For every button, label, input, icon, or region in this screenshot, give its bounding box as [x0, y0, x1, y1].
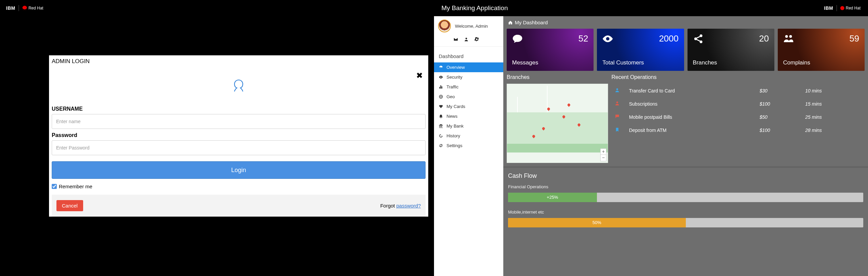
diamond-icon — [439, 104, 443, 109]
table-row: Subscriptions $100 15 mins — [612, 98, 864, 110]
bookmark-icon — [615, 127, 620, 132]
redhat-icon — [840, 6, 844, 10]
login-card: ADMIN LOGIN ✖ USERNAME Password Login Re… — [49, 55, 428, 217]
password-input[interactable] — [52, 140, 426, 155]
table-row: Deposit from ATM $100 28 mins — [612, 124, 864, 136]
stat-card-branches[interactable]: 20 Branches — [688, 29, 774, 71]
user-avatar — [438, 20, 451, 32]
password-label: Password — [52, 132, 426, 138]
main-content: My Dashboard 52 Messages 2000 Total Cust… — [503, 16, 868, 276]
stat-cards-row: 52 Messages 2000 Total Customers 20 — [503, 29, 868, 74]
cash-flow-panel: Cash Flow Financial Operations +25% Mobi… — [503, 166, 868, 234]
sidebar-item-settings[interactable]: Settings — [434, 141, 503, 150]
forgot-password-link[interactable]: password? — [396, 203, 421, 209]
cancel-button[interactable]: Cancel — [56, 200, 83, 211]
username-label: USERNAME — [52, 106, 426, 112]
svg-point-5 — [789, 35, 792, 38]
login-title: ADMIN LOGIN — [49, 55, 428, 69]
forgot-password: Forgot password? — [380, 203, 421, 209]
sidebar: Welcome, Admin Dashboard Overview Securi… — [434, 16, 503, 276]
progress-fill: 50% — [508, 218, 686, 227]
sidebar-item-security[interactable]: Security — [434, 72, 503, 82]
share-icon — [693, 33, 704, 44]
sidebar-item-mycards[interactable]: My Cards — [434, 102, 503, 111]
home-icon — [508, 20, 513, 25]
history-icon — [439, 134, 443, 138]
user-block: Welcome, Admin — [434, 16, 503, 36]
eye-icon — [439, 75, 443, 79]
recent-ops-title: Recent Operations — [611, 74, 865, 80]
login-button[interactable]: Login — [52, 161, 426, 179]
globe-icon — [439, 94, 443, 99]
app-header: My Banking Application IBM Red Hat — [434, 0, 868, 16]
ibm-header-left: IBM Red Hat — [0, 0, 434, 16]
bars-icon — [439, 85, 443, 89]
sidebar-item-traffic[interactable]: Traffic — [434, 82, 503, 92]
mail-icon[interactable] — [454, 37, 458, 42]
ibm-logo: IBM — [824, 5, 833, 11]
sidebar-item-mybank[interactable]: My Bank — [434, 121, 503, 131]
login-footer: Cancel Forgot password? — [52, 195, 426, 217]
header-divider — [837, 5, 837, 11]
gear-icon — [439, 143, 443, 148]
branches-panel: Branches +− — [507, 74, 608, 163]
remember-me-label: Remember me — [59, 184, 92, 189]
gear-icon[interactable] — [475, 37, 479, 42]
login-screen: IBM Red Hat ADMIN LOGIN ✖ USERNAME Passw… — [0, 0, 434, 276]
comment-icon — [615, 114, 620, 119]
sidebar-item-geo[interactable]: Geo — [434, 92, 503, 102]
eye-icon — [602, 33, 613, 44]
stat-card-messages[interactable]: 52 Messages — [507, 29, 594, 71]
user-quick-icons — [434, 36, 503, 46]
ibm-header-right: IBM Red Hat — [824, 5, 861, 11]
stat-card-complains[interactable]: 59 Complains — [778, 29, 865, 71]
user-icon — [615, 101, 620, 106]
progress-fill: +25% — [508, 193, 597, 202]
login-body: ✖ USERNAME Password Login Remember me Ca… — [49, 69, 428, 217]
bar-label: Mobile,internet etc — [508, 210, 863, 215]
recent-ops-table: Transfer Card to Card $30 10 mins Subscr… — [611, 84, 865, 137]
users-icon — [783, 33, 794, 44]
header-divider — [19, 5, 19, 11]
sidebar-heading: Dashboard — [434, 51, 503, 62]
recent-operations-panel: Recent Operations Transfer Card to Card … — [611, 74, 865, 163]
sidebar-item-overview[interactable]: Overview — [434, 62, 503, 72]
cash-flow-title: Cash Flow — [508, 172, 863, 180]
redhat-logo: Red Hat — [22, 6, 43, 10]
bank-icon — [439, 124, 443, 128]
redhat-icon — [22, 6, 27, 10]
table-row: Mobile postpaid Bills $50 25 mins — [612, 111, 864, 123]
sidebar-item-history[interactable]: History — [434, 131, 503, 141]
ibm-logo: IBM — [6, 5, 15, 11]
bell-icon — [439, 114, 443, 118]
branches-map[interactable]: +− — [507, 84, 608, 163]
map-zoom-controls[interactable]: +− — [600, 148, 606, 161]
username-input[interactable] — [52, 114, 426, 129]
progress-bar-financial: +25% — [508, 193, 863, 202]
progress-bar-mobile: 50% — [508, 218, 863, 227]
breadcrumb: My Dashboard — [503, 16, 868, 29]
redhat-logo: Red Hat — [840, 6, 861, 10]
app-title: My Banking Application — [441, 4, 508, 12]
remember-me-row[interactable]: Remember me — [52, 184, 426, 189]
branches-title: Branches — [507, 74, 608, 80]
chat-icon — [512, 33, 523, 44]
user-avatar-icon — [229, 78, 248, 96]
user-icon — [615, 88, 620, 92]
dashboard-screen: My Banking Application IBM Red Hat Welco… — [434, 0, 868, 276]
close-icon[interactable]: ✖ — [416, 71, 423, 80]
welcome-text: Welcome, Admin — [455, 24, 488, 29]
stat-card-customers[interactable]: 2000 Total Customers — [597, 29, 684, 71]
sidebar-item-news[interactable]: News — [434, 111, 503, 121]
remember-me-checkbox[interactable] — [52, 184, 57, 189]
profile-icon[interactable] — [464, 37, 468, 42]
bar-label: Financial Operations — [508, 184, 863, 189]
svg-point-4 — [785, 35, 788, 38]
table-row: Transfer Card to Card $30 10 mins — [612, 84, 864, 97]
dashboard-icon — [439, 65, 443, 70]
